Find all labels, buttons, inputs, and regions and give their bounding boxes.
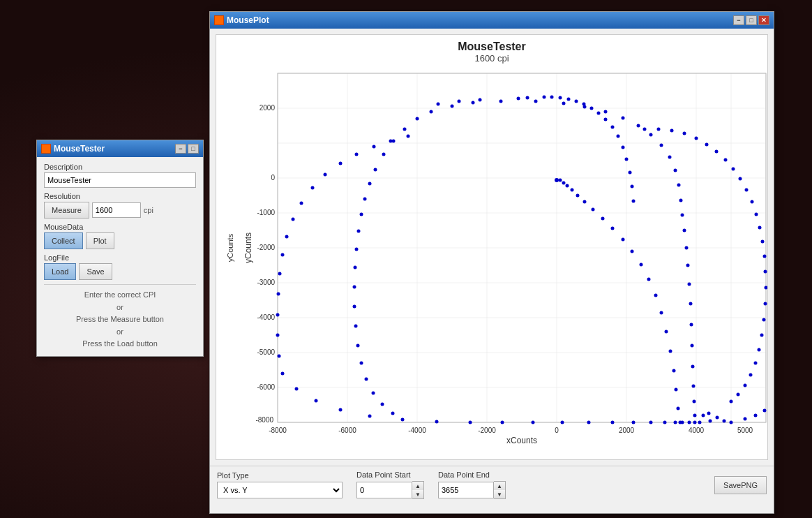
svg-point-38	[430, 110, 433, 114]
description-label: Description	[44, 163, 196, 171]
load-button[interactable]: Load	[44, 263, 76, 280]
svg-point-36	[472, 101, 475, 105]
mouseplot-title-icon	[214, 15, 224, 25]
svg-point-101	[501, 421, 504, 424]
svg-point-54	[677, 184, 681, 187]
svg-point-102	[469, 421, 472, 424]
svg-point-72	[665, 330, 668, 334]
svg-text:2000: 2000	[619, 427, 635, 434]
svg-point-69	[647, 278, 651, 281]
svg-point-48	[416, 117, 419, 121]
svg-point-171	[632, 200, 636, 203]
svg-point-170	[631, 185, 634, 188]
svg-point-150	[709, 420, 712, 423]
svg-point-49	[403, 128, 407, 131]
svg-point-180	[764, 302, 767, 306]
svg-point-43	[622, 117, 625, 120]
data-point-start-wrapper: ▲ ▼	[356, 481, 424, 499]
svg-point-44	[637, 124, 640, 128]
svg-point-89	[693, 414, 697, 417]
svg-point-124	[381, 403, 384, 406]
svg-point-46	[660, 144, 663, 147]
save-png-button[interactable]: SavePNG	[714, 476, 767, 494]
plot-minimize-button[interactable]: −	[733, 15, 744, 25]
svg-point-169	[629, 171, 632, 175]
plot-close-button[interactable]: ✕	[758, 15, 769, 25]
plot-type-select[interactable]: X vs. Y X over Time Y over Time Speed ov…	[217, 482, 343, 498]
maximize-button[interactable]: □	[188, 144, 199, 154]
svg-text:-2000: -2000	[257, 244, 275, 251]
svg-point-120	[356, 344, 360, 348]
svg-point-81	[686, 264, 690, 267]
svg-point-39	[534, 100, 538, 103]
data-point-end-down[interactable]: ▼	[494, 490, 505, 498]
svg-point-157	[550, 96, 554, 99]
collect-button[interactable]: Collect	[44, 232, 83, 249]
description-input[interactable]	[44, 172, 196, 188]
save-button[interactable]: Save	[79, 263, 112, 280]
svg-point-123	[372, 392, 375, 395]
svg-point-154	[517, 97, 520, 101]
logfile-row: Load Save	[44, 263, 196, 280]
svg-point-197	[657, 128, 661, 131]
data-point-end-up[interactable]: ▲	[494, 482, 505, 490]
mouseplot-window: MousePlot − □ ✕ MouseTester 1600 cpi yCo…	[209, 11, 774, 514]
svg-text:-6000: -6000	[338, 427, 356, 434]
svg-point-191	[724, 158, 728, 162]
svg-point-93	[674, 421, 677, 424]
svg-point-194	[695, 137, 698, 140]
svg-text:-6000: -6000	[257, 383, 275, 391]
svg-point-88	[693, 400, 696, 404]
measure-button[interactable]: Measure	[44, 202, 89, 219]
svg-point-110	[278, 355, 281, 358]
svg-point-158	[559, 96, 562, 100]
svg-point-177	[758, 348, 761, 352]
data-point-start-input[interactable]	[356, 482, 412, 498]
svg-point-91	[688, 421, 691, 424]
mouse-tester-window: MouseTester − □ Description Resolution M…	[36, 140, 204, 357]
data-point-end-input[interactable]	[438, 482, 494, 498]
plot-button[interactable]: Plot	[86, 232, 114, 249]
data-point-start-down[interactable]: ▼	[412, 490, 423, 498]
svg-point-172	[730, 400, 733, 404]
svg-point-108	[295, 387, 299, 391]
minimize-button[interactable]: −	[175, 144, 186, 154]
svg-point-168	[625, 158, 629, 161]
svg-point-181	[765, 286, 768, 290]
svg-point-151	[744, 417, 747, 421]
svg-point-143	[437, 103, 440, 106]
svg-point-84	[690, 323, 693, 327]
svg-point-60	[571, 188, 574, 192]
svg-point-53	[674, 169, 677, 172]
svg-point-192	[715, 150, 719, 154]
mouse-tester-title: MouseTester	[54, 144, 105, 154]
svg-point-140	[407, 135, 410, 138]
data-point-start-label: Data Point Start	[356, 471, 424, 479]
svg-point-40	[562, 102, 566, 105]
svg-point-112	[363, 198, 367, 201]
svg-point-127	[276, 313, 280, 317]
svg-text:5000: 5000	[737, 427, 753, 434]
svg-point-97	[611, 421, 615, 424]
hint-or2: or	[116, 327, 123, 336]
svg-point-139	[389, 140, 393, 143]
x-axis-label-svg: xCounts	[506, 436, 537, 443]
svg-point-176	[754, 362, 758, 365]
svg-point-130	[281, 253, 285, 257]
svg-point-100	[532, 421, 535, 424]
plot-maximize-button[interactable]: □	[746, 15, 757, 25]
cpi-unit: cpi	[144, 206, 153, 214]
mouse-tester-titlebar: MouseTester − □	[37, 140, 203, 157]
svg-point-153	[763, 409, 767, 413]
svg-point-148	[698, 421, 702, 424]
resolution-input[interactable]	[92, 202, 141, 218]
svg-point-138	[373, 145, 376, 149]
plot-area: MouseTester 1600 cpi yCounts	[216, 34, 768, 460]
svg-point-147	[707, 412, 711, 415]
svg-point-133	[300, 202, 303, 205]
svg-point-162	[590, 107, 594, 110]
svg-point-107	[315, 399, 318, 403]
svg-text:-2000: -2000	[478, 427, 496, 434]
data-point-start-up[interactable]: ▲	[412, 482, 423, 490]
hint-or1: or	[116, 303, 123, 311]
